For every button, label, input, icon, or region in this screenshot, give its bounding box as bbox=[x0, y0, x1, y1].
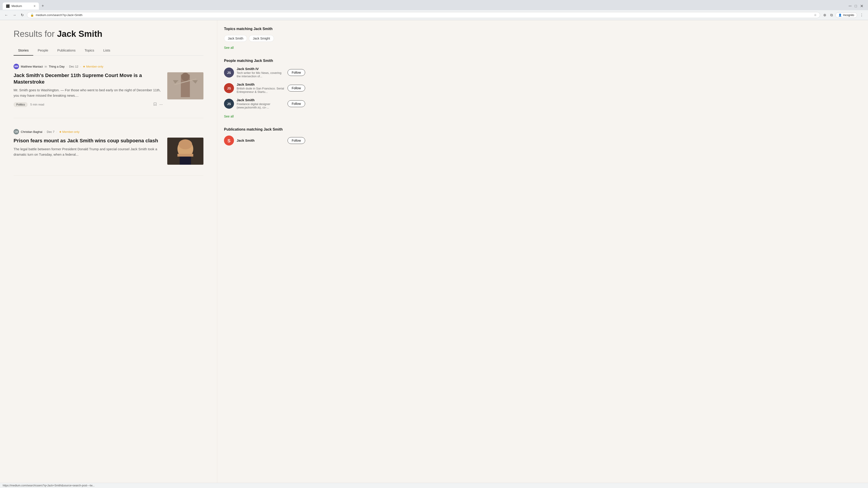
article-title[interactable]: Jack Smith's December 11th Supreme Court… bbox=[13, 72, 163, 85]
search-prefix: Results for bbox=[13, 29, 57, 39]
article-title[interactable]: Prison fears mount as Jack Smith wins co… bbox=[13, 138, 163, 144]
publication-info: Jack Smith bbox=[237, 138, 285, 143]
article-date: Dec 7 bbox=[47, 130, 55, 133]
article-text: Prison fears mount as Jack Smith wins co… bbox=[13, 138, 163, 161]
topic-chip[interactable]: Jack Smith bbox=[224, 35, 247, 42]
publication-name[interactable]: Thing a Day bbox=[49, 65, 65, 68]
article-meta: MM Matthew Maniaci in Thing a Day · Dec … bbox=[13, 64, 204, 69]
sidebar: Topics matching Jack Smith Jack Smith Ja… bbox=[217, 20, 312, 488]
lock-icon: 🔒 bbox=[30, 13, 34, 17]
member-label: Member-only bbox=[62, 130, 80, 133]
topic-chips: Jack Smith Jack Smight bbox=[224, 35, 305, 42]
meta-separator-2: · bbox=[80, 65, 81, 68]
star-icon: ★ bbox=[59, 130, 62, 133]
article-card: MM Matthew Maniaci in Thing a Day · Dec … bbox=[13, 64, 204, 118]
meta-in: in bbox=[45, 65, 47, 68]
author-name[interactable]: Christian Baghai bbox=[21, 130, 42, 133]
author-avatar: CB bbox=[13, 129, 19, 134]
person-info: Jack Smith British dude in San Francisco… bbox=[237, 83, 285, 94]
publication-avatar: S bbox=[224, 135, 234, 145]
main-content: Results for Jack Smith Stories People Pu… bbox=[0, 20, 217, 488]
article-thumbnail bbox=[167, 72, 204, 99]
follow-button[interactable]: Follow bbox=[287, 100, 305, 107]
article-text: Jack Smith's December 11th Supreme Court… bbox=[13, 72, 163, 107]
person-name[interactable]: Jack Smith bbox=[237, 98, 285, 102]
person-info: Jack Smith Freelance digital designer (w… bbox=[237, 98, 285, 109]
more-options-button[interactable]: ··· bbox=[159, 102, 163, 107]
article-body: Prison fears mount as Jack Smith wins co… bbox=[13, 138, 204, 165]
address-text: medium.com/search?q=Jack+Smith bbox=[36, 13, 812, 17]
close-button[interactable]: ✕ bbox=[860, 4, 864, 8]
active-tab[interactable]: ⬛ Medium ✕ bbox=[3, 2, 39, 10]
tab-lists[interactable]: Lists bbox=[99, 46, 115, 55]
svg-text:JS: JS bbox=[227, 71, 231, 74]
new-tab-button[interactable]: + bbox=[40, 2, 46, 10]
person-avatar: JS bbox=[224, 99, 234, 109]
article-footer: Politics 5 min read ··· bbox=[13, 102, 163, 107]
article-tag[interactable]: Politics bbox=[13, 102, 28, 107]
publication-item: S Jack Smith Follow bbox=[224, 135, 305, 145]
maximize-button[interactable]: □ bbox=[855, 4, 857, 8]
author-name[interactable]: Matthew Maniaci bbox=[21, 65, 43, 68]
topics-see-all-link[interactable]: See all bbox=[224, 46, 234, 50]
star-icon[interactable]: ☆ bbox=[814, 13, 817, 17]
medium-icon: ⬛ bbox=[6, 4, 10, 8]
person-item: JS Jack Smith Freelance digital designer… bbox=[224, 98, 305, 109]
person-item: JS Jack Smith IV Tech writer for Mic New… bbox=[224, 67, 305, 78]
menu-button[interactable]: ⋮ bbox=[859, 11, 865, 19]
tab-people[interactable]: People bbox=[33, 46, 53, 55]
tab-title: Medium bbox=[11, 4, 22, 8]
svg-text:JS: JS bbox=[227, 87, 231, 90]
person-avatar: JS bbox=[224, 83, 234, 93]
tab-topics[interactable]: Topics bbox=[80, 46, 99, 55]
address-bar[interactable]: 🔒 medium.com/search?q=Jack+Smith ☆ bbox=[27, 12, 820, 18]
article-actions: ··· bbox=[153, 102, 163, 107]
status-url: https://medium.com/search/users?q=Jack+S… bbox=[3, 484, 95, 487]
publications-section: Publications matching Jack Smith S Jack … bbox=[224, 127, 305, 145]
article-excerpt: The legal battle between former Presiden… bbox=[13, 147, 163, 157]
article-excerpt: Mr. Smith goes to Washington. — For thos… bbox=[13, 88, 163, 98]
bookmark-button[interactable]: ⊕ bbox=[822, 11, 828, 19]
people-section-title: People matching Jack Smith bbox=[224, 59, 305, 63]
topic-chip[interactable]: Jack Smight bbox=[249, 35, 274, 42]
article-meta: CB Christian Baghai · Dec 7 · ★ Member-o… bbox=[13, 129, 204, 134]
follow-button[interactable]: Follow bbox=[287, 137, 305, 144]
people-section: People matching Jack Smith JS Jack Smith… bbox=[224, 59, 305, 119]
follow-button[interactable]: Follow bbox=[287, 69, 305, 76]
article-body: Jack Smith's December 11th Supreme Court… bbox=[13, 72, 204, 107]
publication-name[interactable]: Jack Smith bbox=[237, 138, 285, 142]
page-content: Results for Jack Smith Stories People Pu… bbox=[0, 20, 868, 488]
browser-toolbar: ← → ↻ 🔒 medium.com/search?q=Jack+Smith ☆… bbox=[0, 10, 868, 20]
person-item: JS Jack Smith British dude in San Franci… bbox=[224, 83, 305, 94]
meta-separator: · bbox=[44, 130, 45, 133]
read-time: 5 min read bbox=[30, 103, 44, 106]
svg-rect-10 bbox=[178, 154, 193, 157]
tab-close-button[interactable]: ✕ bbox=[33, 4, 36, 8]
extensions-button[interactable]: ⧉ bbox=[829, 12, 834, 19]
back-button[interactable]: ← bbox=[3, 12, 9, 19]
person-avatar: JS bbox=[224, 68, 234, 77]
svg-text:S: S bbox=[227, 138, 230, 143]
person-name[interactable]: Jack Smith bbox=[237, 83, 285, 86]
tab-publications[interactable]: Publications bbox=[53, 46, 80, 55]
member-label: Member-only bbox=[86, 65, 103, 68]
tab-bar: ⬛ Medium ✕ + ─ □ ✕ bbox=[0, 0, 868, 10]
refresh-button[interactable]: ↻ bbox=[20, 11, 25, 19]
minimize-button[interactable]: ─ bbox=[849, 4, 852, 8]
toolbar-actions: ⊕ ⧉ 👤 Incognito ⋮ bbox=[822, 11, 865, 19]
svg-point-8 bbox=[179, 139, 192, 149]
people-see-all-link[interactable]: See all bbox=[224, 115, 234, 118]
person-desc: British dude in San Francisco. Serial En… bbox=[237, 87, 285, 94]
author-avatar: MM bbox=[13, 64, 19, 69]
publications-section-title: Publications matching Jack Smith bbox=[224, 127, 305, 131]
incognito-indicator[interactable]: 👤 Incognito bbox=[835, 12, 857, 18]
member-badge: ★ Member-only bbox=[59, 130, 80, 133]
person-name[interactable]: Jack Smith IV bbox=[237, 67, 285, 71]
tab-stories[interactable]: Stories bbox=[13, 46, 33, 55]
follow-button[interactable]: Follow bbox=[287, 85, 305, 92]
status-bar: https://medium.com/search/users?q=Jack+S… bbox=[0, 483, 868, 488]
meta-separator-2: · bbox=[56, 130, 57, 133]
search-query: Jack Smith bbox=[57, 29, 102, 39]
save-button[interactable] bbox=[153, 102, 157, 107]
forward-button[interactable]: → bbox=[11, 12, 18, 19]
